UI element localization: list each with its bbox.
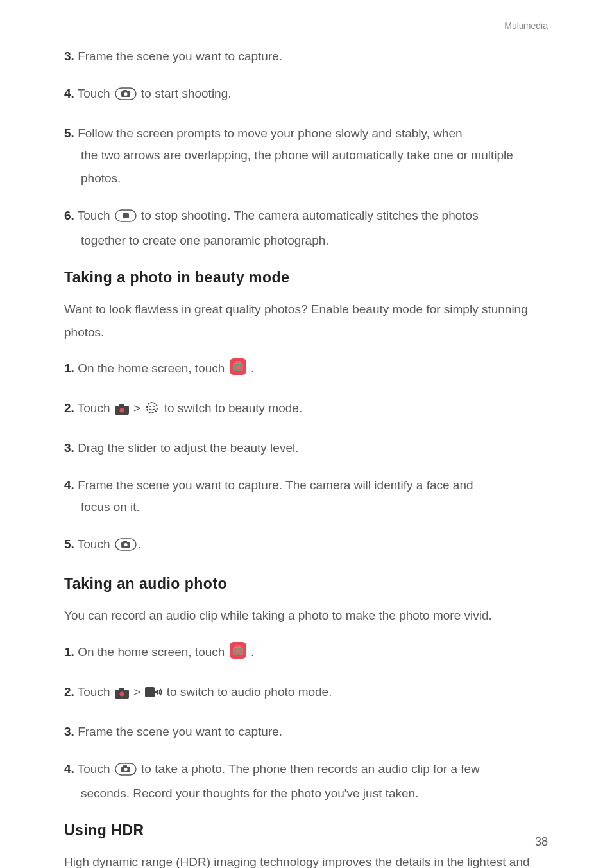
camera-small-icon [115,399,129,422]
step-text: Frame the scene you want to capture. The… [78,478,473,492]
beauty-step-4: 4. Frame the scene you want to capture. … [64,474,548,519]
step-3: 3. Frame the scene you want to capture. [64,45,548,68]
step-text: Frame the scene you want to capture. [78,725,282,738]
step-number: 3. [64,725,74,738]
step-text-pre: Touch [78,537,114,551]
shutter-pill-icon [115,85,137,108]
svg-point-15 [153,406,155,407]
page-content: 3. Frame the scene you want to capture. … [64,45,548,868]
step-number: 4. [64,762,74,776]
step-number: 5. [64,537,74,551]
step-text-post: . [251,361,254,375]
intro-hdr: High dynamic range (HDR) imaging technol… [64,851,548,868]
step-text-pre: Touch [78,685,114,699]
beauty-step-5: 5. Touch . [64,533,548,559]
step-number: 4. [64,478,74,492]
audio-step-4: 4. Touch to take a photo. The phone then… [64,758,548,805]
svg-rect-30 [123,765,127,767]
svg-rect-18 [123,541,127,542]
audio-step-2: 2. Touch > to switch to audio photo mode… [64,681,548,706]
step-continuation: together to create one panoramic photogr… [64,229,548,252]
step-continuation: the two arrows are overlapping, the phon… [64,144,548,190]
step-text-mid: to take a photo. The phone then records … [141,762,480,776]
svg-rect-5 [123,213,129,218]
step-text: Follow the screen prompts to move your p… [78,126,463,140]
step-4: 4. Touch to start shooting. [64,82,548,108]
step-text-pre: Touch [78,401,114,415]
svg-point-26 [119,691,124,696]
intro-audio: You can record an audio clip while takin… [64,604,548,627]
beauty-step-2: 2. Touch > to switch to beauty mode. [64,397,548,422]
heading-audio-photo: Taking an audio photo [64,575,548,593]
step-5: 5. Follow the screen prompts to move you… [64,122,548,190]
step-number: 3. [64,441,74,455]
beauty-step-3: 3. Drag the slider to adjust the beauty … [64,437,548,460]
svg-rect-2 [123,90,127,92]
beauty-face-icon [145,399,159,422]
header-section-label: Multimedia [504,21,548,31]
step-number: 4. [64,87,74,100]
svg-rect-9 [235,361,241,364]
step-number: 1. [64,645,74,659]
step-number: 3. [64,49,74,63]
step-number: 2. [64,685,74,699]
svg-point-12 [119,408,124,412]
stop-pill-icon [115,207,137,230]
shutter-pill-icon [115,760,137,783]
svg-point-13 [147,403,157,413]
step-text-pre: Touch [78,87,114,100]
step-number: 5. [64,126,74,140]
audio-step-3: 3. Frame the scene you want to capture. [64,720,548,743]
step-number: 6. [64,209,74,222]
step-text: Drag the slider to adjust the beauty lev… [78,441,298,455]
audio-step-1: 1. On the home screen, touch . [64,641,548,666]
step-text: Frame the scene you want to capture. [78,49,282,63]
heading-hdr: Using HDR [64,822,548,839]
shutter-pill-icon [115,535,137,559]
step-text-pre: On the home screen, touch [78,361,228,375]
step-continuation: focus on it. [64,496,548,519]
svg-point-19 [124,543,127,546]
svg-rect-11 [119,404,124,406]
svg-rect-27 [145,687,155,697]
step-text-mid: > [133,401,144,415]
heading-beauty-mode: Taking a photo in beauty mode [64,269,548,286]
step-number: 2. [64,401,74,415]
svg-point-3 [124,92,127,96]
step-text-post: . [251,645,254,659]
step-text-post: to start shooting. [141,87,231,100]
audio-photo-icon [145,683,162,706]
step-text-mid: to stop shooting. The camera automatical… [141,209,479,222]
svg-point-31 [124,768,127,771]
step-text-post: to switch to beauty mode. [164,401,302,415]
step-text-pre: Touch [78,762,114,776]
svg-point-14 [149,406,151,407]
step-continuation: seconds. Record your thoughts for the ph… [64,782,548,805]
beauty-step-1: 1. On the home screen, touch . [64,357,548,383]
svg-rect-25 [119,688,124,690]
camera-small-icon [115,683,129,706]
camera-app-icon [230,642,246,666]
svg-rect-23 [235,645,241,648]
page-number: 38 [535,835,548,849]
camera-app-icon [230,358,246,383]
step-6: 6. Touch to stop shooting. The camera au… [64,204,548,252]
step-text-mid: > [133,685,144,699]
step-text-pre: On the home screen, touch [78,645,228,659]
step-text-post: to switch to audio photo mode. [167,685,332,699]
intro-beauty: Want to look flawless in great quality p… [64,298,548,344]
step-text-post: . [138,537,141,551]
step-number: 1. [64,361,74,375]
step-text-pre: Touch [78,209,114,222]
